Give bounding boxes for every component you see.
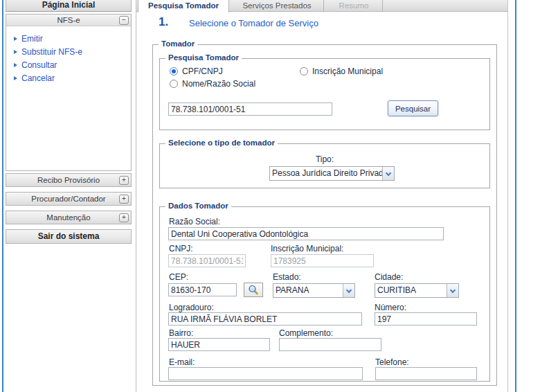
numero-input[interactable] xyxy=(375,312,477,326)
sidebar-logout-button[interactable]: Sair do sistema xyxy=(6,229,132,244)
inscricao-municipal-input xyxy=(271,254,374,267)
accordion-label: Recibo Provisório xyxy=(37,176,100,184)
expand-icon[interactable]: + xyxy=(119,213,129,222)
radio-cpf-cnpj[interactable]: CPF/CNPJ xyxy=(170,66,223,76)
numero-label: Número: xyxy=(375,303,406,312)
accordion-label: Manutenção xyxy=(46,213,90,222)
tab-resumo: Resumo xyxy=(325,0,383,12)
radio-label: Nome/Razão Social xyxy=(182,79,255,89)
radio-label: Inscrição Municipal xyxy=(312,66,383,76)
nfse-title: NFS-e xyxy=(57,16,80,24)
radio-button-icon[interactable] xyxy=(170,67,178,75)
logradouro-label: Logradouro: xyxy=(169,303,214,312)
radio-button-icon[interactable] xyxy=(300,67,308,75)
arrow-right-icon xyxy=(14,37,17,41)
tipo-tomador-select[interactable]: Pessoa Jurídica Direito Privad xyxy=(269,166,395,181)
sidebar-home-header[interactable]: Página Inicial xyxy=(6,0,132,12)
select-value: CURITIBA xyxy=(375,284,447,297)
radio-nome-razao-social[interactable]: Nome/Razão Social xyxy=(170,79,255,89)
inscricao-municipal-label: Inscrição Municipal: xyxy=(271,244,343,253)
fieldset-tomador-legend: Tomador xyxy=(159,39,197,48)
estado-label: Estado: xyxy=(273,272,301,282)
chevron-down-icon[interactable] xyxy=(447,284,458,297)
bairro-input[interactable] xyxy=(168,338,270,351)
tab-pesquisa-tomador[interactable]: Pesquisa Tomador xyxy=(138,0,229,12)
arrow-right-icon xyxy=(14,76,17,80)
bairro-label: Bairro: xyxy=(169,328,193,338)
search-icon xyxy=(248,285,259,295)
nfse-page: Página Inicial NFS-e − Emitir Substituir… xyxy=(0,0,540,392)
radio-inscricao-municipal[interactable]: Inscrição Municipal xyxy=(300,66,383,76)
sidebar-item-emitir[interactable]: Emitir xyxy=(6,32,131,45)
right-border-rail xyxy=(515,0,516,392)
pesquisar-button[interactable]: Pesquisar xyxy=(388,100,438,116)
menu-item-label: Substituir NFS-e xyxy=(21,47,82,57)
select-value: PARANA xyxy=(273,284,343,297)
fieldset-pesquisa-legend: Pesquisa Tomador xyxy=(165,53,242,62)
sidebar-accordion-manutencao[interactable]: Manutenção + xyxy=(6,211,132,224)
cep-label: CEP: xyxy=(169,272,188,282)
cep-search-button[interactable] xyxy=(244,283,263,297)
sidebar-item-consultar[interactable]: Consultar xyxy=(6,58,131,71)
left-border-rail xyxy=(2,0,3,392)
sidebar-item-substituir-nfse[interactable]: Substituir NFS-e xyxy=(6,45,131,58)
search-document-input[interactable] xyxy=(168,103,332,116)
estado-select[interactable]: PARANA xyxy=(273,283,355,298)
arrow-right-icon xyxy=(14,50,17,54)
arrow-right-icon xyxy=(14,63,17,67)
step-number: 1. xyxy=(159,15,168,29)
sidebar-nfse-panel: NFS-e − Emitir Substituir NFS-e Consulta… xyxy=(6,14,132,171)
fieldset-dados-legend: Dados Tomador xyxy=(165,202,231,210)
chevron-down-icon[interactable] xyxy=(382,167,394,180)
sidebar-nfse-header[interactable]: NFS-e − xyxy=(6,15,131,26)
cidade-label: Cidade: xyxy=(375,272,403,282)
email-label: E-mail: xyxy=(169,357,195,367)
complemento-input[interactable] xyxy=(279,338,381,351)
logradouro-input[interactable] xyxy=(168,312,362,326)
expand-icon[interactable]: + xyxy=(119,195,129,204)
cnpj-label: CNPJ: xyxy=(169,244,193,253)
nfse-menu: Emitir Substituir NFS-e Consultar Cancel… xyxy=(6,26,131,84)
collapse-icon[interactable]: − xyxy=(119,16,129,25)
sidebar-accordion-procurador-contador[interactable]: Procurador/Contador + xyxy=(6,192,132,206)
fieldset-dados-tomador: Dados Tomador Razão Social: CNPJ: Inscri… xyxy=(159,206,490,382)
select-value: Pessoa Jurídica Direito Privad xyxy=(270,167,382,180)
fieldset-tipo-legend: Selecione o tipo de tomador xyxy=(165,139,278,147)
expand-icon[interactable]: + xyxy=(119,176,129,185)
razao-social-input[interactable] xyxy=(168,227,444,240)
telefone-label: Telefone: xyxy=(375,357,409,367)
email-input[interactable] xyxy=(168,367,363,380)
tab-strip: Pesquisa Tomador Serviços Prestados Resu… xyxy=(136,0,507,12)
cnpj-input xyxy=(168,254,246,267)
accordion-label: Procurador/Contador xyxy=(31,195,105,203)
sidebar-item-cancelar[interactable]: Cancelar xyxy=(6,71,131,84)
menu-item-label: Cancelar xyxy=(21,73,55,83)
page-title: Selecione o Tomador de Serviço xyxy=(189,18,318,28)
razao-social-label: Razão Social: xyxy=(169,217,220,226)
sidebar-accordion-recibo-provisorio[interactable]: Recibo Provisório + xyxy=(6,173,132,187)
radio-label: CPF/CNPJ xyxy=(182,66,223,76)
cep-input[interactable] xyxy=(168,283,237,296)
menu-item-label: Emitir xyxy=(21,34,43,44)
complemento-label: Complemento: xyxy=(279,328,333,338)
menu-item-label: Consultar xyxy=(21,60,57,70)
tab-servicos-prestados[interactable]: Serviços Prestados xyxy=(231,0,324,12)
chevron-down-icon[interactable] xyxy=(343,284,354,297)
telefone-input[interactable] xyxy=(375,367,477,380)
fieldset-pesquisa-tomador: Pesquisa Tomador CPF/CNPJ Inscrição Muni… xyxy=(159,58,490,130)
fieldset-tipo-tomador: Selecione o tipo de tomador Tipo: Pessoa… xyxy=(159,143,490,188)
cidade-select[interactable]: CURITIBA xyxy=(375,283,459,298)
radio-button-icon[interactable] xyxy=(170,80,178,88)
tipo-label: Tipo: xyxy=(160,154,489,164)
